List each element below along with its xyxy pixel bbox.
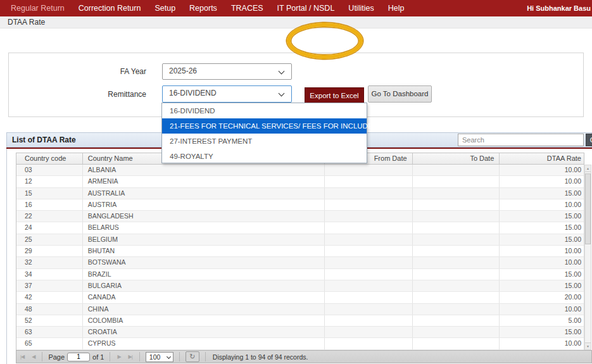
table-cell: ARMENIA [83, 176, 325, 187]
dropdown-option[interactable]: 49-ROYALTY [162, 149, 367, 164]
nav-item-correction-return[interactable]: Correction Return [72, 0, 148, 16]
table-cell [413, 222, 500, 233]
last-page-icon[interactable]: ▶| [125, 354, 136, 360]
table-row[interactable]: 52COLOMBIA5.00 [16, 315, 584, 327]
nav-item-regular-return[interactable]: Regular Return [4, 0, 72, 16]
table-row[interactable]: 22BANGLADESH15.00 [16, 211, 584, 222]
table-cell: 32 [16, 257, 83, 268]
remittance-value: 16-DIVIDEND [169, 89, 217, 97]
table-cell: BHUTAN [83, 246, 325, 256]
table-row[interactable]: 24BELARUS15.00 [16, 222, 584, 234]
table-cell: 10.00 [500, 304, 584, 315]
table-cell [325, 165, 413, 175]
search-input[interactable] [458, 134, 584, 146]
table-row[interactable]: 37BULGARIA15.00 [16, 280, 584, 292]
table-row[interactable]: 03ALBANIA10.00 [16, 165, 584, 176]
table-row[interactable]: 16AUSTRIA10.00 [16, 199, 584, 211]
table-row[interactable]: 48CHINA10.00 [16, 304, 584, 315]
page-size-value: 100 [149, 353, 161, 361]
table-cell: AUSTRALIA [83, 188, 325, 199]
table-cell [413, 257, 500, 268]
nav-item-setup[interactable]: Setup [148, 0, 182, 16]
fa-year-select[interactable]: 2025-26 [162, 63, 292, 80]
nav-item-utilities[interactable]: Utilities [341, 0, 381, 16]
table-cell: 10.00 [500, 176, 584, 187]
column-header[interactable]: DTAA Rate [500, 153, 584, 164]
table-cell: 15 [16, 188, 83, 199]
table-cell: 15.00 [500, 222, 584, 233]
table-row[interactable]: 12ARMENIA10.00 [16, 176, 584, 187]
table-cell: 24 [16, 222, 83, 233]
table-cell [413, 327, 500, 337]
column-header[interactable]: Country code [16, 153, 83, 164]
table-cell: 65 [16, 338, 83, 349]
nav-items: Regular ReturnCorrection ReturnSetupRepo… [0, 0, 411, 16]
table-cell [325, 304, 413, 315]
vertical-scrollbar[interactable]: ▲ ▼ [584, 165, 591, 350]
fa-year-label: FA Year [70, 67, 146, 76]
scroll-down-icon[interactable]: ▼ [585, 342, 591, 349]
remittance-dropdown-list: 16-DIVIDEND21-FEES FOR TECHNICAL SERVICE… [161, 103, 367, 163]
table-cell [325, 199, 413, 210]
table-cell [413, 246, 500, 256]
table-cell [413, 338, 500, 349]
table-cell: ALBANIA [83, 165, 325, 175]
table-cell: AUSTRIA [83, 199, 325, 210]
table-row[interactable]: 25BELGIUM15.00 [16, 234, 584, 246]
table-row[interactable]: 63CROATIA15.00 [16, 327, 584, 338]
table-cell: CROATIA [83, 327, 325, 337]
next-page-icon[interactable]: ▶ [113, 354, 124, 360]
table-cell [325, 176, 413, 187]
table-cell [413, 280, 500, 291]
table-cell: 42 [16, 292, 83, 303]
column-header[interactable]: To Date [413, 153, 500, 164]
table-row[interactable]: 34BRAZIL15.00 [16, 269, 584, 280]
table-cell: 15.00 [500, 280, 584, 291]
page-size-select[interactable]: 100 [146, 352, 173, 362]
nav-item-reports[interactable]: Reports [182, 0, 224, 16]
dropdown-option[interactable]: 21-FEES FOR TECHNICAL SERVICES/ FEES FOR… [162, 118, 367, 134]
table-row[interactable]: 32BOTSWANA10.00 [16, 257, 584, 268]
page-title: DTAA Rate [8, 18, 45, 27]
table-cell: 10.00 [500, 338, 584, 349]
refresh-icon[interactable]: ↻ [186, 351, 199, 362]
table-cell [325, 222, 413, 233]
table-cell: BANGLADESH [83, 211, 325, 222]
table-cell: 12 [16, 176, 83, 187]
scroll-up-icon[interactable]: ▲ [585, 165, 591, 172]
table-cell: 22 [16, 211, 83, 222]
nav-item-help[interactable]: Help [381, 0, 412, 16]
go-to-dashboard-button[interactable]: Go To Dashboard [368, 85, 432, 103]
scrollbar-thumb[interactable] [585, 173, 591, 244]
table-row[interactable]: 15AUSTRALIA15.00 [16, 188, 584, 199]
nav-item-it-portal-nsdl[interactable]: IT Portal / NSDL [270, 0, 342, 16]
table-row[interactable]: 65CYPRUS10.00 [16, 338, 584, 349]
prev-page-icon[interactable]: ◀ [28, 354, 39, 360]
table-cell: BULGARIA [83, 280, 325, 291]
table-cell [325, 280, 413, 291]
dropdown-option[interactable]: 16-DIVIDEND [162, 103, 367, 118]
nav-item-traces[interactable]: TRACES [224, 0, 270, 16]
table-cell: 15.00 [500, 269, 584, 280]
remittance-label: Remittance [70, 90, 146, 99]
table-cell: COLOMBIA [83, 315, 325, 326]
table-cell: BOTSWANA [83, 257, 325, 268]
table-cell: 10.00 [500, 246, 584, 256]
remittance-select[interactable]: 16-DIVIDEND [162, 85, 292, 103]
pagination-bar: |◀ ◀ Page of 1 ▶ ▶| 100 ↻ Displaying 1 t… [16, 350, 592, 363]
table-cell: 63 [16, 327, 83, 337]
table-cell: 52 [16, 315, 83, 326]
export-to-excel-button[interactable]: Export to Excel [305, 87, 364, 104]
table-cell [413, 269, 500, 280]
table-cell: 25 [16, 234, 83, 245]
search-go-button[interactable]: Go [586, 134, 592, 146]
dropdown-option[interactable]: 27-INTEREST PAYMENT [162, 134, 367, 149]
page-number-input[interactable] [67, 353, 90, 361]
table-cell: 48 [16, 304, 83, 315]
first-page-icon[interactable]: |◀ [16, 354, 28, 360]
table-row[interactable]: 42CANADA20.00 [16, 292, 584, 303]
table-cell: 16 [16, 199, 83, 210]
table-row[interactable]: 29BHUTAN10.00 [16, 246, 584, 257]
top-navbar: Regular ReturnCorrection ReturnSetupRepo… [0, 0, 592, 16]
pager-separator [42, 352, 42, 361]
